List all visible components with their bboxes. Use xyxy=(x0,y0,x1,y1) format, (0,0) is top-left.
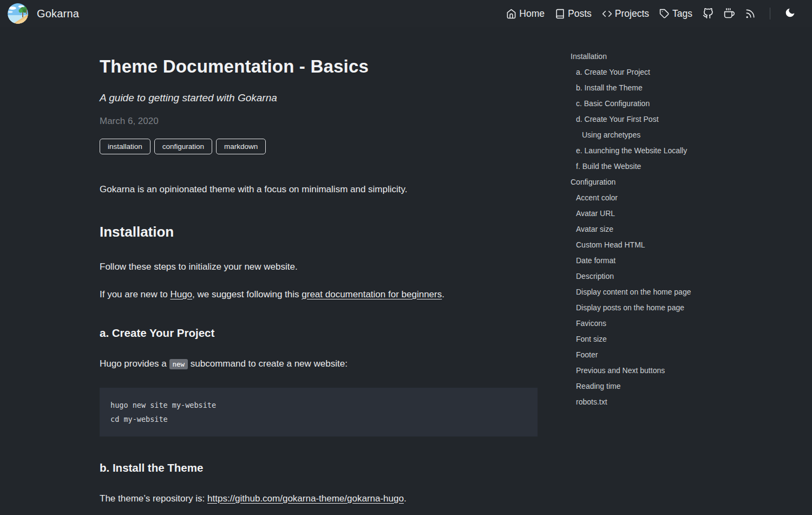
tag-configuration[interactable]: configuration xyxy=(154,139,212,154)
toc-link[interactable]: robots.txt xyxy=(576,397,607,406)
text-segment: Hugo provides a xyxy=(100,358,169,369)
nav-tags-label: Tags xyxy=(672,8,692,19)
post-subtitle: A guide to getting started with Gokarna xyxy=(100,92,538,104)
text-segment: The theme’s repository is: xyxy=(100,493,207,504)
toc-item: Reading time xyxy=(571,379,798,394)
toc-item: Description xyxy=(571,269,798,284)
nav-home-label: Home xyxy=(519,8,545,19)
toc-item: a. Create Your Project xyxy=(571,64,798,80)
heading-install-theme: b. Install the Theme xyxy=(100,461,538,474)
repo-link[interactable]: https://github.com/gokarna-theme/gokarna… xyxy=(207,493,404,504)
toc-item: Installation xyxy=(571,49,798,64)
tag-icon xyxy=(659,9,670,19)
toc-item: Footer xyxy=(571,347,798,363)
nav-posts[interactable]: Posts xyxy=(555,8,592,19)
toc-link[interactable]: c. Basic Configuration xyxy=(576,99,650,108)
toc-link[interactable]: Display posts on the home page xyxy=(576,303,684,312)
toc-item: e. Launching the Website Locally xyxy=(571,143,798,159)
rss-icon[interactable] xyxy=(745,8,756,19)
toc-link[interactable]: Custom Head HTML xyxy=(576,240,645,249)
toc-list: Installationa. Create Your Projectb. Ins… xyxy=(571,49,798,410)
inline-code-new: new xyxy=(169,359,188,369)
toc-link[interactable]: Favicons xyxy=(576,319,606,328)
text-segment: If you are new to xyxy=(100,289,170,299)
toc-item: Accent color xyxy=(571,190,798,206)
tag-markdown[interactable]: markdown xyxy=(216,139,266,154)
beginner-docs-link[interactable]: great documentation for beginners xyxy=(302,289,442,299)
post-date: March 6, 2020 xyxy=(100,116,538,127)
toc-item: Avatar URL xyxy=(571,206,798,221)
toc-item: b. Install the Theme xyxy=(571,80,798,96)
site-avatar-icon xyxy=(8,3,28,24)
toc-item: d. Create Your First Post xyxy=(571,112,798,127)
repo-paragraph: The theme’s repository is: https://githu… xyxy=(100,492,538,506)
toc-link[interactable]: Reading time xyxy=(576,382,621,390)
toc-link[interactable]: Date format xyxy=(576,256,615,265)
code-line: hugo new site my-website xyxy=(110,401,216,409)
toc-link[interactable]: Avatar size xyxy=(576,225,613,233)
home-icon xyxy=(506,9,516,19)
intro-paragraph: Gokarna is an opinionated theme with a f… xyxy=(100,182,538,197)
toc-item: Font size xyxy=(571,331,798,347)
nav-tags[interactable]: Tags xyxy=(659,8,692,19)
toc-item: Avatar size xyxy=(571,221,798,237)
page-title: Theme Documentation - Basics xyxy=(100,56,538,77)
main-nav: Home Posts Projects Tags xyxy=(506,7,796,20)
toc-item: Date format xyxy=(571,253,798,269)
coffee-icon[interactable] xyxy=(724,8,735,19)
toc-link[interactable]: Configuration xyxy=(571,178,615,186)
nav-posts-label: Posts xyxy=(568,8,592,19)
toc-link[interactable]: Previous and Next buttons xyxy=(576,366,665,375)
new-to-hugo-paragraph: If you are new to Hugo, we suggest follo… xyxy=(100,288,538,302)
toc-link[interactable]: f. Build the Website xyxy=(576,162,641,171)
follow-paragraph: Follow these steps to initialize your ne… xyxy=(100,260,538,274)
text-segment: . xyxy=(404,493,407,504)
toc-link[interactable]: Display content on the home page xyxy=(576,288,691,296)
heading-installation: Installation xyxy=(100,224,538,240)
text-segment: , we suggest following this xyxy=(192,289,302,299)
toc-item: c. Basic Configuration xyxy=(571,96,798,112)
toc-link[interactable]: a. Create Your Project xyxy=(576,68,650,76)
nav-divider xyxy=(770,8,770,19)
toc-item: Previous and Next buttons xyxy=(571,363,798,379)
code-block: hugo new site my-website cd my-website xyxy=(100,388,538,436)
hugo-provides-paragraph: Hugo provides a new subcommand to create… xyxy=(100,357,538,371)
tags-row: installation configuration markdown xyxy=(100,139,538,154)
toc-link[interactable]: d. Create Your First Post xyxy=(576,115,659,123)
toc-item: Using archetypes xyxy=(571,127,798,143)
site-title[interactable]: Gokarna xyxy=(37,8,79,20)
nav-projects[interactable]: Projects xyxy=(602,8,649,19)
book-icon xyxy=(555,9,565,19)
theme-toggle-button[interactable] xyxy=(784,7,796,20)
nav-home[interactable]: Home xyxy=(506,8,545,19)
tag-installation[interactable]: installation xyxy=(100,139,150,154)
table-of-contents: Installationa. Create Your Projectb. Ins… xyxy=(571,49,798,410)
toc-item: Favicons xyxy=(571,316,798,331)
toc-link[interactable]: Accent color xyxy=(576,193,618,202)
code-icon xyxy=(602,9,612,19)
toc-link[interactable]: b. Install the Theme xyxy=(576,83,643,92)
toc-item: robots.txt xyxy=(571,394,798,410)
toc-item: Configuration xyxy=(571,174,798,190)
navbar: Gokarna Home Posts Projects Tags xyxy=(0,0,812,27)
toc-item: Display content on the home page xyxy=(571,284,798,300)
toc-link[interactable]: Using archetypes xyxy=(582,131,640,139)
moon-icon xyxy=(784,7,796,20)
text-segment: subcommand to create a new website: xyxy=(188,358,348,369)
toc-link[interactable]: Avatar URL xyxy=(576,209,615,218)
toc-item: Display posts on the home page xyxy=(571,300,798,316)
heading-create-project: a. Create Your Project xyxy=(100,327,538,340)
hugo-link[interactable]: Hugo xyxy=(170,289,192,299)
toc-item: f. Build the Website xyxy=(571,159,798,174)
github-icon[interactable] xyxy=(703,8,713,19)
toc-link[interactable]: Footer xyxy=(576,350,598,359)
brand[interactable]: Gokarna xyxy=(8,3,79,24)
toc-link[interactable]: Font size xyxy=(576,335,607,343)
toc-link[interactable]: Installation xyxy=(571,52,607,61)
post-article: Theme Documentation - Basics A guide to … xyxy=(100,27,538,515)
text-segment: . xyxy=(442,289,444,299)
toc-link[interactable]: e. Launching the Website Locally xyxy=(576,146,687,155)
toc-link[interactable]: Description xyxy=(576,272,614,281)
code-line: cd my-website xyxy=(110,415,168,423)
toc-item: Custom Head HTML xyxy=(571,237,798,253)
